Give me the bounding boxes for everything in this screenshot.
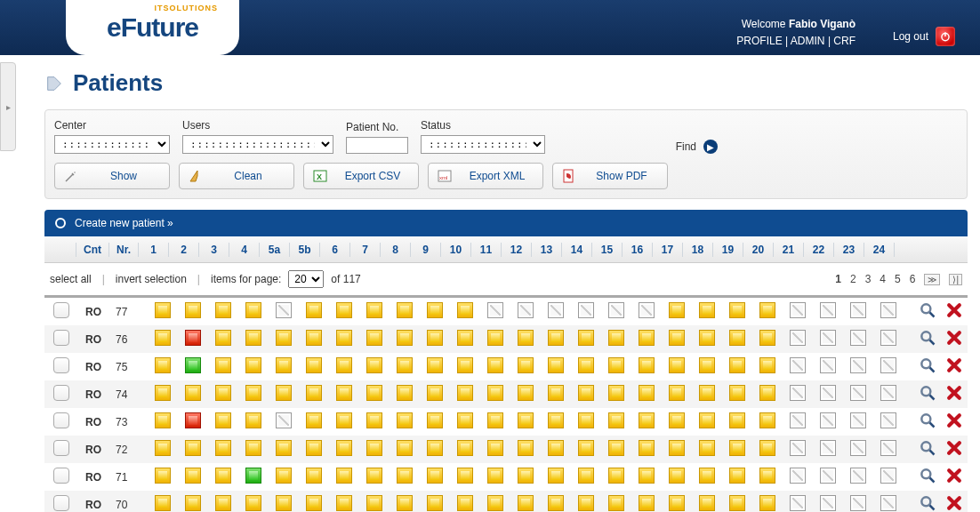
row-checkbox[interactable] bbox=[53, 468, 69, 484]
status-cell[interactable] bbox=[276, 357, 292, 373]
status-cell[interactable] bbox=[518, 468, 534, 484]
status-cell[interactable] bbox=[669, 385, 685, 401]
status-cell[interactable] bbox=[306, 330, 322, 346]
status-cell[interactable] bbox=[669, 412, 685, 428]
status-cell[interactable] bbox=[578, 330, 594, 346]
export-csv-button[interactable]: X Export CSV bbox=[303, 163, 419, 189]
status-cell[interactable] bbox=[608, 468, 624, 484]
col-9[interactable]: 9 bbox=[411, 243, 441, 257]
status-cell[interactable] bbox=[366, 330, 382, 346]
delete-button[interactable] bbox=[941, 298, 968, 325]
status-cell[interactable] bbox=[366, 357, 382, 373]
status-cell[interactable] bbox=[699, 468, 715, 484]
col-21[interactable]: 21 bbox=[774, 243, 804, 257]
status-cell[interactable] bbox=[336, 330, 352, 346]
status-cell[interactable] bbox=[215, 412, 231, 428]
status-cell[interactable] bbox=[608, 330, 624, 346]
find-button[interactable]: ▶ bbox=[703, 140, 718, 154]
status-cell[interactable] bbox=[487, 468, 503, 484]
view-button[interactable] bbox=[914, 353, 941, 380]
col-5b[interactable]: 5b bbox=[290, 243, 320, 257]
status-cell[interactable] bbox=[215, 385, 231, 401]
status-cell[interactable] bbox=[457, 385, 473, 401]
status-cell[interactable] bbox=[457, 357, 473, 373]
status-cell[interactable] bbox=[427, 302, 443, 318]
status-cell[interactable] bbox=[336, 412, 352, 428]
delete-button[interactable] bbox=[941, 353, 968, 380]
status-cell[interactable] bbox=[578, 412, 594, 428]
status-cell[interactable] bbox=[276, 302, 292, 318]
status-cell[interactable] bbox=[245, 412, 261, 428]
status-cell[interactable] bbox=[729, 330, 745, 346]
col-2[interactable]: 2 bbox=[169, 243, 199, 257]
view-button[interactable] bbox=[914, 380, 941, 408]
col-8[interactable]: 8 bbox=[381, 243, 411, 257]
status-cell[interactable] bbox=[245, 357, 261, 373]
status-cell[interactable] bbox=[366, 440, 382, 456]
row-checkbox[interactable] bbox=[53, 440, 69, 456]
status-cell[interactable] bbox=[820, 385, 836, 401]
status-cell[interactable] bbox=[850, 495, 866, 511]
view-button[interactable] bbox=[914, 298, 941, 325]
col-19[interactable]: 19 bbox=[713, 243, 743, 257]
status-cell[interactable] bbox=[850, 330, 866, 346]
delete-button[interactable] bbox=[941, 325, 968, 353]
status-cell[interactable] bbox=[487, 412, 503, 428]
status-cell[interactable] bbox=[608, 495, 624, 511]
status-cell[interactable] bbox=[276, 495, 292, 511]
status-cell[interactable] bbox=[639, 330, 655, 346]
view-button[interactable] bbox=[914, 436, 941, 463]
delete-button[interactable] bbox=[941, 436, 968, 463]
status-cell[interactable] bbox=[669, 302, 685, 318]
status-cell[interactable] bbox=[578, 357, 594, 373]
status-cell[interactable] bbox=[880, 330, 896, 346]
status-cell[interactable] bbox=[185, 495, 201, 511]
status-cell[interactable] bbox=[639, 412, 655, 428]
status-cell[interactable] bbox=[427, 440, 443, 456]
col-nr[interactable]: Nr. bbox=[109, 243, 139, 257]
status-cell[interactable] bbox=[306, 302, 322, 318]
status-cell[interactable] bbox=[608, 385, 624, 401]
status-cell[interactable] bbox=[820, 440, 836, 456]
status-cell[interactable] bbox=[155, 302, 171, 318]
view-button[interactable] bbox=[914, 325, 941, 353]
col-11[interactable]: 11 bbox=[471, 243, 502, 257]
status-cell[interactable] bbox=[397, 468, 413, 484]
status-cell[interactable] bbox=[699, 357, 715, 373]
status-cell[interactable] bbox=[820, 468, 836, 484]
status-cell[interactable] bbox=[669, 495, 685, 511]
status-cell[interactable] bbox=[155, 412, 171, 428]
status-cell[interactable] bbox=[518, 440, 534, 456]
status-cell[interactable] bbox=[880, 468, 896, 484]
status-cell[interactable] bbox=[608, 412, 624, 428]
page-last[interactable]: ⟩| bbox=[949, 274, 962, 285]
status-cell[interactable] bbox=[759, 412, 775, 428]
logout-button[interactable]: Log out bbox=[893, 27, 955, 46]
status-cell[interactable] bbox=[790, 412, 806, 428]
status-cell[interactable] bbox=[850, 468, 866, 484]
status-cell[interactable] bbox=[518, 302, 534, 318]
status-cell[interactable] bbox=[759, 330, 775, 346]
status-cell[interactable] bbox=[306, 468, 322, 484]
status-cell[interactable] bbox=[548, 468, 564, 484]
status-cell[interactable] bbox=[185, 302, 201, 318]
status-cell[interactable] bbox=[850, 302, 866, 318]
status-cell[interactable] bbox=[880, 302, 896, 318]
status-cell[interactable] bbox=[759, 357, 775, 373]
status-cell[interactable] bbox=[759, 495, 775, 511]
status-cell[interactable] bbox=[699, 330, 715, 346]
status-cell[interactable] bbox=[578, 385, 594, 401]
logo[interactable]: ITSOLUTIONS eFuture bbox=[66, 0, 239, 55]
status-cell[interactable] bbox=[427, 468, 443, 484]
status-cell[interactable] bbox=[245, 302, 261, 318]
invert-selection[interactable]: invert selection bbox=[116, 273, 187, 285]
row-checkbox[interactable] bbox=[53, 302, 69, 318]
status-cell[interactable] bbox=[639, 357, 655, 373]
status-cell[interactable] bbox=[548, 302, 564, 318]
status-cell[interactable] bbox=[487, 357, 503, 373]
status-cell[interactable] bbox=[185, 412, 201, 428]
status-cell[interactable] bbox=[729, 385, 745, 401]
status-cell[interactable] bbox=[155, 440, 171, 456]
status-cell[interactable] bbox=[639, 468, 655, 484]
status-cell[interactable] bbox=[366, 412, 382, 428]
